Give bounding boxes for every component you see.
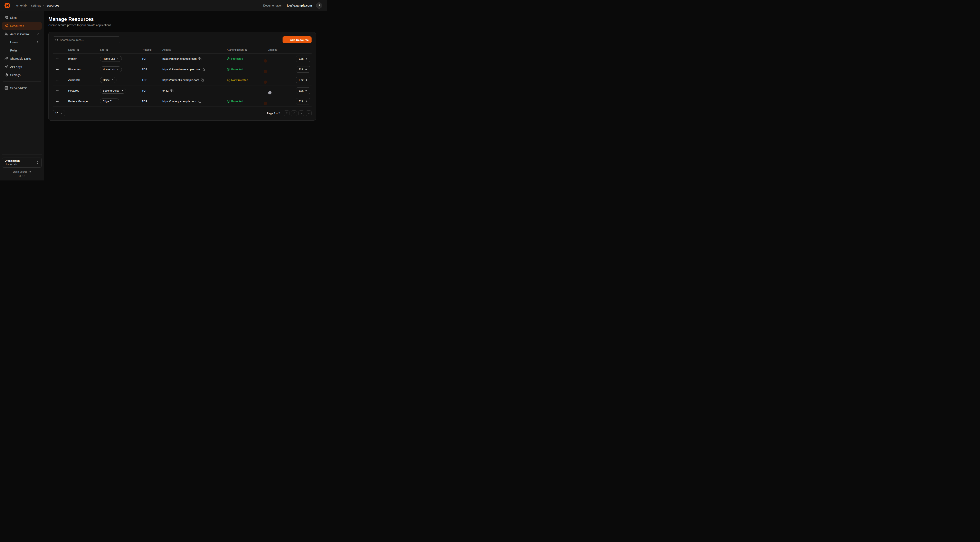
site-link-button[interactable]: Office <box>100 77 116 83</box>
breadcrumb-separator: › <box>43 4 44 7</box>
edit-button[interactable]: Edit <box>296 66 310 73</box>
auth-cell: - <box>227 89 267 92</box>
row-menu-button[interactable] <box>53 89 68 92</box>
sidebar-item-api-keys[interactable]: API Keys <box>2 63 42 70</box>
sidebar-item-access-control[interactable]: Access Control <box>2 30 42 38</box>
next-page-button[interactable] <box>299 110 304 116</box>
arrow-up-right-icon <box>111 79 114 81</box>
version-label: v1.3.0 <box>2 175 42 178</box>
arrow-up-right-icon <box>116 57 119 60</box>
copy-icon[interactable] <box>198 57 201 60</box>
sidebar-item-server-admin[interactable]: Server Admin <box>2 84 42 92</box>
site-link-button[interactable]: Edge 01 <box>100 98 119 104</box>
edit-label: Edit <box>299 78 303 81</box>
access-cell: https://bitwarden.example.com <box>162 68 227 71</box>
sidebar-item-label: Roles <box>10 49 18 52</box>
first-page-button[interactable] <box>284 110 290 116</box>
avatar[interactable]: J <box>316 2 322 9</box>
edit-button[interactable]: Edit <box>296 98 310 104</box>
site-link-button[interactable]: Home Lab <box>100 67 122 72</box>
column-header-site[interactable]: Site <box>100 48 142 51</box>
auth-cell: Protected <box>227 57 267 60</box>
key-icon <box>5 65 8 69</box>
sort-icon <box>245 48 247 51</box>
resource-name: Postgres <box>68 89 100 92</box>
auth-label: Not Protected <box>231 78 248 81</box>
site-link-button[interactable]: Home Lab <box>100 56 122 62</box>
access-url[interactable]: https://immich.example.com <box>162 57 197 60</box>
open-source-label: Open Source <box>13 171 27 173</box>
site-link-button[interactable]: Second Office <box>100 88 126 94</box>
documentation-link[interactable]: Documentation <box>263 4 282 7</box>
app-logo[interactable] <box>5 3 10 8</box>
access-url[interactable]: https://battery.example.com <box>162 100 196 103</box>
edit-button[interactable]: Edit <box>296 77 310 83</box>
plus-icon <box>285 38 288 41</box>
copy-icon[interactable] <box>170 89 173 92</box>
server-icon <box>5 86 8 90</box>
row-menu-button[interactable] <box>53 78 68 82</box>
edit-button[interactable]: Edit <box>296 88 310 94</box>
protocol-value: TCP <box>142 78 162 81</box>
row-menu-button[interactable] <box>53 68 68 71</box>
access-url[interactable]: 5432 <box>162 89 169 92</box>
gear-icon <box>5 73 8 77</box>
arrow-right-icon <box>305 100 307 103</box>
site-name: Home Lab <box>103 68 115 71</box>
breadcrumb-home-lab[interactable]: home-lab <box>15 4 27 7</box>
edit-label: Edit <box>299 89 303 92</box>
column-header-enabled: Enabled <box>267 48 296 51</box>
waypoints-icon <box>5 24 8 27</box>
search-input[interactable] <box>60 38 118 41</box>
sidebar-item-resources[interactable]: Resources <box>2 22 42 30</box>
table-row: Bitwarden Home Lab TCP https://bitwarden… <box>53 64 312 75</box>
auth-label: Protected <box>231 100 243 103</box>
page-title: Manage Resources <box>48 16 316 22</box>
page-subtitle: Create secure proxies to your private ap… <box>48 24 316 27</box>
add-resource-button[interactable]: Add Resource <box>283 37 312 43</box>
previous-page-button[interactable] <box>291 110 297 116</box>
sidebar-item-shareable-links[interactable]: Shareable Links <box>2 55 42 62</box>
table-row: Postgres Second Office TCP 5432 - <box>53 85 312 96</box>
copy-icon[interactable] <box>198 100 201 103</box>
sidebar-item-users[interactable]: Users <box>2 38 42 46</box>
site-name: Home Lab <box>103 57 115 60</box>
access-url[interactable]: https://bitwarden.example.com <box>162 68 200 71</box>
access-url[interactable]: https://authentik.example.com <box>162 78 199 81</box>
organization-label: Organization <box>5 159 20 162</box>
table-row: Immich Home Lab TCP https://immich.examp… <box>53 54 312 64</box>
page-size-select[interactable]: 20 <box>53 110 65 116</box>
edit-button[interactable]: Edit <box>296 56 310 62</box>
pagination: 20 Page 1 of 1 <box>53 110 312 116</box>
topbar: home-lab › settings › resources Document… <box>0 0 327 11</box>
sidebar-item-settings[interactable]: Settings <box>2 71 42 79</box>
last-page-button[interactable] <box>306 110 312 116</box>
site-name: Office <box>103 78 110 81</box>
auth-cell: Protected <box>227 100 267 103</box>
column-header-access: Access <box>162 48 227 51</box>
sidebar-item-roles[interactable]: Roles <box>2 46 42 54</box>
column-header-name[interactable]: Name <box>68 48 100 51</box>
row-menu-button[interactable] <box>53 57 68 61</box>
breadcrumb-settings[interactable]: settings <box>31 4 41 7</box>
toggle-knob <box>264 81 267 84</box>
user-email[interactable]: joe@example.com <box>287 4 312 7</box>
pagination-right: Page 1 of 1 <box>267 110 312 116</box>
protocol-value: TCP <box>142 100 162 103</box>
column-header-authentication[interactable]: Authentication <box>227 48 267 51</box>
column-label: Authentication <box>227 48 243 51</box>
arrow-up-right-icon <box>116 68 119 71</box>
copy-icon[interactable] <box>201 78 204 81</box>
sidebar-bottom: Organization Home Lab Open Source v1.3.0 <box>2 155 42 178</box>
copy-icon[interactable] <box>202 68 205 71</box>
arrow-right-icon <box>305 79 307 81</box>
column-label: Enabled <box>267 48 277 51</box>
column-label: Protocol <box>142 48 151 51</box>
sidebar-item-sites[interactable]: Sites <box>2 14 42 21</box>
link-icon <box>5 57 8 60</box>
arrow-right-icon <box>305 89 307 92</box>
organization-selector[interactable]: Organization Home Lab <box>2 158 42 167</box>
arrow-right-icon <box>305 68 307 71</box>
row-menu-button[interactable] <box>53 100 68 103</box>
open-source-link[interactable]: Open Source <box>2 171 42 173</box>
